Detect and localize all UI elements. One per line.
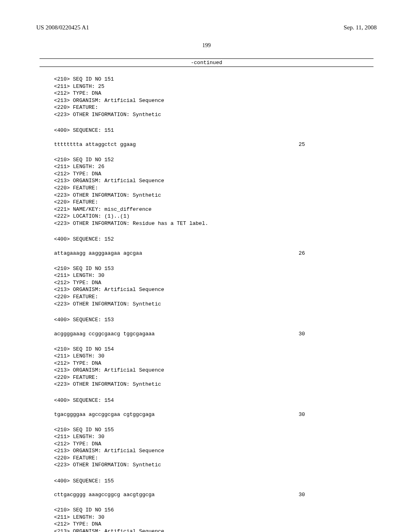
sequence-meta: <210> SEQ ID NO 154 <211> LENGTH: 30 <21… bbox=[54, 346, 373, 388]
sequence-header: <400> SEQUENCE: 153 bbox=[54, 316, 373, 324]
sequence-row: cttgacgggg aaagccggcg aacgtggcga 30 bbox=[54, 492, 373, 498]
sequence-length: 30 bbox=[298, 492, 373, 498]
sequence-entry: <210> SEQ ID NO 154 <211> LENGTH: 30 <21… bbox=[40, 346, 373, 418]
sequence-meta: <210> SEQ ID NO 156 <211> LENGTH: 30 <21… bbox=[54, 507, 373, 532]
sequence-text: attagaaagg aagggaagaa agcgaa bbox=[54, 250, 142, 256]
sequence-length: 26 bbox=[298, 250, 373, 256]
bottom-rule bbox=[40, 66, 373, 67]
sequence-text: tgacggggaa agccggcgaa cgtggcgaga bbox=[54, 411, 155, 418]
sequence-length: 30 bbox=[298, 411, 373, 418]
publication-number: US 2008/0220425 A1 bbox=[36, 24, 89, 31]
sequence-text: tttttttta attaggctct ggaag bbox=[54, 141, 136, 148]
sequence-length: 25 bbox=[298, 141, 373, 148]
sequence-row: tgacggggaa agccggcgaa cgtggcgaga 30 bbox=[54, 411, 373, 418]
sequence-entry: <210> SEQ ID NO 153 <211> LENGTH: 30 <21… bbox=[40, 265, 373, 337]
sequence-header: <400> SEQUENCE: 155 bbox=[54, 478, 373, 485]
sequence-meta: <210> SEQ ID NO 153 <211> LENGTH: 30 <21… bbox=[54, 265, 373, 308]
page-header: US 2008/0220425 A1 Sep. 11, 2008 bbox=[36, 24, 377, 31]
sequence-meta: <210> SEQ ID NO 155 <211> LENGTH: 30 <21… bbox=[54, 426, 373, 469]
sequence-row: attagaaagg aagggaagaa agcgaa 26 bbox=[54, 250, 373, 256]
sequence-meta: <210> SEQ ID NO 151 <211> LENGTH: 25 <21… bbox=[54, 76, 373, 118]
continued-label: -continued bbox=[36, 60, 377, 66]
sequence-header: <400> SEQUENCE: 154 bbox=[54, 397, 373, 404]
sequence-text: cttgacgggg aaagccggcg aacgtggcga bbox=[54, 492, 155, 498]
sequence-meta: <210> SEQ ID NO 152 <211> LENGTH: 26 <21… bbox=[54, 156, 373, 227]
publication-date: Sep. 11, 2008 bbox=[344, 24, 377, 31]
sequence-entry: <210> SEQ ID NO 155 <211> LENGTH: 30 <21… bbox=[40, 426, 373, 498]
sequence-entry: <210> SEQ ID NO 152 <211> LENGTH: 26 <21… bbox=[40, 156, 373, 256]
sequence-entry: <210> SEQ ID NO 156 <211> LENGTH: 30 <21… bbox=[40, 507, 373, 532]
sequence-text: acggggaaag ccggcgaacg tggcgagaaa bbox=[54, 331, 155, 337]
sequence-row: acggggaaag ccggcgaacg tggcgagaaa 30 bbox=[54, 331, 373, 337]
page: US 2008/0220425 A1 Sep. 11, 2008 199 -co… bbox=[0, 0, 413, 532]
sequence-header: <400> SEQUENCE: 151 bbox=[54, 127, 373, 134]
sequence-entry: <210> SEQ ID NO 151 <211> LENGTH: 25 <21… bbox=[40, 76, 373, 148]
sequence-length: 30 bbox=[298, 331, 373, 337]
sequence-listing: <210> SEQ ID NO 151 <211> LENGTH: 25 <21… bbox=[36, 76, 377, 532]
page-number: 199 bbox=[36, 42, 377, 49]
sequence-row: tttttttta attaggctct ggaag 25 bbox=[54, 141, 373, 148]
sequence-header: <400> SEQUENCE: 152 bbox=[54, 236, 373, 243]
top-rule bbox=[40, 58, 373, 59]
